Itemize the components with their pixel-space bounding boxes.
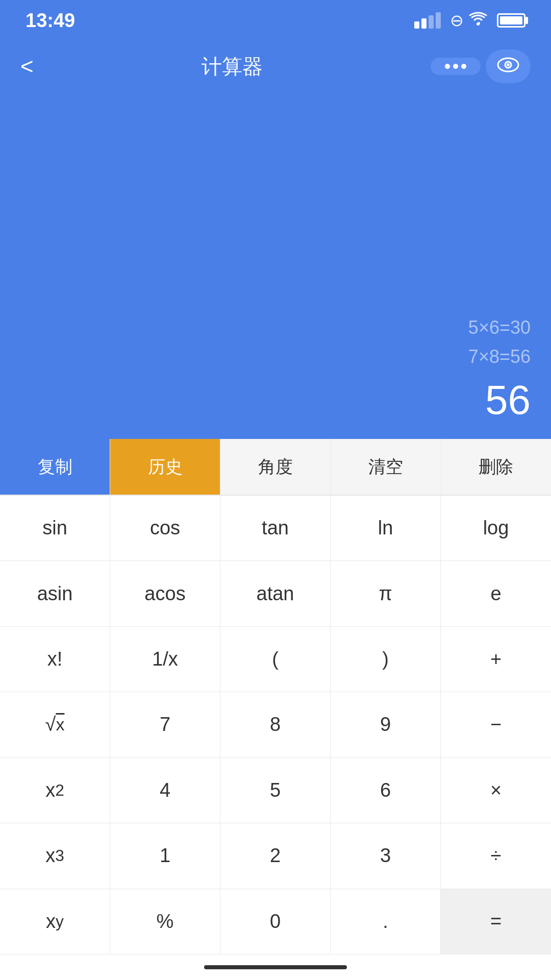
key-9[interactable]: 9 (331, 692, 441, 757)
key-e[interactable]: e (441, 561, 551, 626)
key-tan[interactable]: tan (220, 496, 331, 561)
history-line-2: 7×8=56 (468, 342, 531, 372)
signal-icon (414, 12, 441, 29)
delete-button[interactable]: 删除 (441, 439, 551, 495)
key-ln[interactable]: ln (331, 496, 441, 561)
key-_[interactable]: . (331, 889, 441, 954)
key-x_[interactable]: x2 (0, 758, 110, 823)
key-_[interactable]: = (441, 889, 551, 954)
clear-button[interactable]: 清空 (331, 439, 441, 495)
key-_[interactable]: × (441, 758, 551, 823)
key-log[interactable]: log (441, 496, 551, 561)
nav-actions (431, 50, 531, 83)
key-atan[interactable]: atan (220, 561, 331, 626)
key-x_[interactable]: xy (0, 889, 110, 954)
key-asin[interactable]: asin (0, 561, 110, 626)
key-_[interactable]: ÷ (441, 823, 551, 889)
svg-point-3 (507, 63, 510, 66)
keypad: sincostanlnlogasinacosatanπex!1/x()+√x78… (0, 495, 551, 954)
back-button[interactable]: < (20, 54, 34, 79)
home-indicator (0, 954, 551, 980)
copy-button[interactable]: 复制 (0, 439, 110, 495)
key-2[interactable]: 2 (220, 823, 331, 889)
key-acos[interactable]: acos (110, 561, 220, 626)
key-_[interactable]: ) (331, 627, 441, 692)
key-4[interactable]: 4 (110, 758, 220, 823)
key-_[interactable]: + (441, 627, 551, 692)
key-x_[interactable]: x! (0, 627, 110, 692)
status-icons: ⊖ (414, 11, 525, 30)
key-_x[interactable]: √x (0, 692, 110, 757)
history-button[interactable]: 历史 (110, 439, 220, 495)
top-nav: < 计算器 (0, 41, 551, 92)
action-row: 复制 历史 角度 清空 删除 (0, 439, 551, 495)
svg-point-0 (477, 22, 480, 26)
page-title: 计算器 (202, 53, 263, 81)
status-bar: 13:49 ⊖ (0, 0, 551, 41)
display-area: 5×6=30 7×8=56 56 (0, 92, 551, 439)
eye-button[interactable] (486, 50, 531, 83)
key-_[interactable]: % (110, 889, 220, 954)
key-1_x[interactable]: 1/x (110, 627, 220, 692)
angle-button[interactable]: 角度 (220, 439, 331, 495)
eye-icon (497, 56, 519, 77)
history-display: 5×6=30 7×8=56 (468, 313, 531, 372)
result-display: 56 (485, 377, 531, 424)
key-_[interactable]: − (441, 692, 551, 757)
key-_[interactable]: π (331, 561, 441, 626)
key-sin[interactable]: sin (0, 496, 110, 561)
battery-icon (497, 13, 525, 28)
key-cos[interactable]: cos (110, 496, 220, 561)
key-5[interactable]: 5 (220, 758, 331, 823)
status-time: 13:49 (26, 10, 75, 32)
home-bar (204, 965, 347, 969)
key-7[interactable]: 7 (110, 692, 220, 757)
more-button[interactable] (431, 58, 481, 75)
key-8[interactable]: 8 (220, 692, 331, 757)
key-1[interactable]: 1 (110, 823, 220, 889)
key-_[interactable]: ( (220, 627, 331, 692)
history-line-1: 5×6=30 (468, 313, 531, 342)
key-0[interactable]: 0 (220, 889, 331, 954)
key-3[interactable]: 3 (331, 823, 441, 889)
wifi-icon: ⊖ (450, 11, 488, 30)
key-x_[interactable]: x3 (0, 823, 110, 889)
key-6[interactable]: 6 (331, 758, 441, 823)
